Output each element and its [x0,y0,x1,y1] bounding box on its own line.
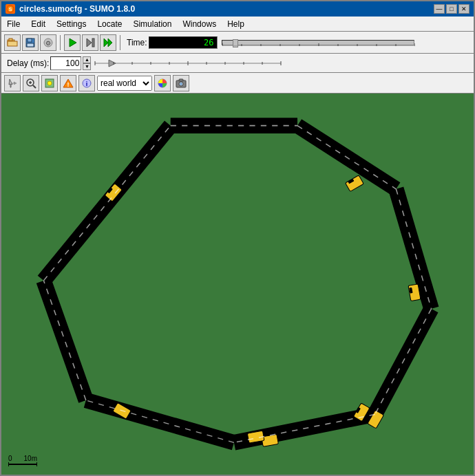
title-bar-left: S circles.sumocfg - SUMO 1.8.0 [6,4,135,14]
svg-text:S: S [9,7,12,12]
info-tool[interactable]: i [78,75,95,91]
delay-spinner: ▲ ▼ [83,56,91,70]
toolbar-view: ! i real world standard simple [1,73,474,94]
svg-rect-7 [27,43,34,47]
svg-line-63 [43,281,85,400]
svg-text:⚙: ⚙ [45,40,51,47]
svg-text:!: ! [67,81,70,88]
title-bar: S circles.sumocfg - SUMO 1.8.0 — □ ✕ [1,1,474,17]
scale-rule [9,464,36,465]
move-tool[interactable] [4,75,21,91]
svg-marker-14 [108,39,112,47]
scale-line [8,462,37,466]
svg-rect-4 [8,41,17,46]
menu-help[interactable]: Help [222,18,250,30]
zoom-tool[interactable] [23,75,39,91]
svg-marker-41 [12,82,17,85]
svg-line-43 [33,85,36,88]
view-select[interactable]: real world standard simple [97,76,152,91]
fastforward-button[interactable] [100,34,116,51]
window-title: circles.sumocfg - SUMO 1.8.0 [19,4,135,14]
separator-1 [60,35,61,50]
config-button[interactable]: ⚙ [40,34,56,51]
title-controls: — □ ✕ [434,4,469,14]
screenshot-button[interactable] [173,75,189,91]
svg-marker-10 [70,39,76,47]
scale-ten: 10m [24,455,37,462]
time-display: 26 [149,36,218,49]
svg-text:i: i [86,80,88,87]
delay-down[interactable]: ▼ [83,63,91,70]
toolbar-main: ⚙ Time: 26 [1,32,474,54]
delay-input[interactable] [50,56,81,70]
svg-point-47 [48,81,52,85]
svg-rect-6 [28,39,32,42]
menu-windows[interactable]: Windows [177,18,222,30]
scale-tick-right [36,462,37,466]
close-button[interactable]: ✕ [458,4,469,14]
open-button[interactable] [4,34,21,51]
select-tool[interactable] [41,75,58,91]
svg-point-56 [180,83,182,85]
menu-simulation[interactable]: Simulation [127,18,177,30]
scale-bar: 0 10m [8,455,37,466]
menu-locate[interactable]: Locate [92,18,127,30]
delay-label: Delay (ms): [7,58,49,68]
menu-file[interactable]: File [1,18,25,30]
warning-tool[interactable]: ! [60,75,76,91]
speed-slider-container [222,40,468,45]
minimize-button[interactable]: — [434,4,445,14]
menu-settings[interactable]: Settings [51,18,92,30]
time-label: Time: [127,38,147,47]
menu-edit[interactable]: Edit [25,18,51,30]
svg-marker-11 [87,39,92,47]
app-icon: S [6,4,15,14]
save-button[interactable] [22,34,39,51]
simulation-view[interactable]: 0 10m [1,94,474,475]
maximize-button[interactable]: □ [446,4,457,14]
road-network-svg [1,94,474,475]
step-button[interactable] [82,34,98,51]
svg-marker-13 [104,39,108,47]
toolbar-delay: Delay (ms): ▲ ▼ [1,54,474,73]
menu-bar: File Edit Settings Locate Simulation Win… [1,17,474,32]
separator-2 [120,35,120,50]
svg-marker-28 [109,60,116,67]
color-scheme-button[interactable] [154,75,171,91]
time-value: 26 [204,38,213,47]
svg-rect-3 [9,39,12,41]
main-window: S circles.sumocfg - SUMO 1.8.0 — □ ✕ Fil… [0,0,475,476]
svg-rect-55 [179,79,183,81]
delay-up[interactable]: ▲ [83,56,91,63]
svg-rect-67 [346,175,364,192]
play-button[interactable] [64,34,81,51]
svg-rect-12 [92,39,94,47]
scale-zero: 0 [8,455,12,462]
svg-marker-40 [9,79,12,87]
speed-slider[interactable] [222,40,414,45]
